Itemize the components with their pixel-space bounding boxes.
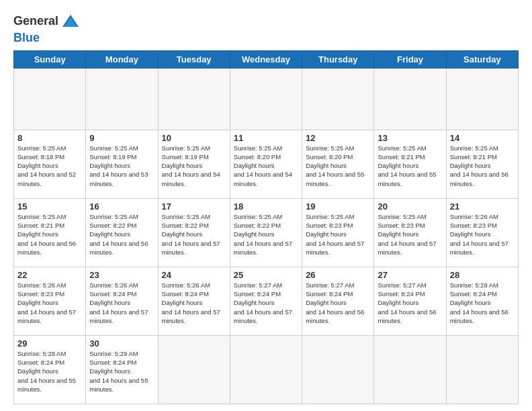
day-number: 12	[306, 133, 370, 143]
calendar-cell: 15 Sunrise: 5:25 AMSunset: 8:21 PMDaylig…	[14, 198, 86, 267]
calendar-cell: 20 Sunrise: 5:25 AMSunset: 8:23 PMDaylig…	[374, 198, 446, 267]
calendar-cell	[86, 68, 158, 130]
weekday-header: Wednesday	[230, 51, 302, 68]
calendar-cell: 27 Sunrise: 5:27 AMSunset: 8:24 PMDaylig…	[374, 267, 446, 335]
day-info: Sunrise: 5:25 AMSunset: 8:19 PMDaylight …	[162, 144, 220, 187]
calendar-cell: 13 Sunrise: 5:25 AMSunset: 8:21 PMDaylig…	[374, 130, 446, 198]
day-number: 21	[450, 201, 515, 212]
day-info: Sunrise: 5:25 AMSunset: 8:21 PMDaylight …	[378, 144, 436, 187]
day-info: Sunrise: 5:26 AMSunset: 8:23 PMDaylight …	[17, 281, 76, 324]
calendar-cell	[446, 68, 518, 130]
calendar-cell	[158, 335, 230, 404]
weekday-header: Thursday	[302, 51, 374, 68]
calendar-cell: 14 Sunrise: 5:25 AMSunset: 8:21 PMDaylig…	[446, 130, 518, 198]
day-number: 23	[89, 270, 154, 280]
day-number: 28	[450, 270, 515, 280]
day-number: 30	[89, 338, 154, 349]
calendar-cell: 19 Sunrise: 5:25 AMSunset: 8:23 PMDaylig…	[302, 198, 374, 267]
weekday-header: Saturday	[446, 51, 518, 68]
day-number: 16	[89, 201, 154, 212]
calendar-cell	[158, 68, 230, 130]
day-number: 24	[162, 270, 226, 280]
day-info: Sunrise: 5:25 AMSunset: 8:21 PMDaylight …	[450, 144, 508, 187]
logo-general: General	[13, 14, 58, 28]
logo: General Blue	[13, 12, 80, 45]
day-number: 18	[234, 201, 298, 212]
calendar-cell: 21 Sunrise: 5:26 AMSunset: 8:23 PMDaylig…	[446, 198, 518, 267]
day-number: 26	[306, 270, 370, 280]
day-info: Sunrise: 5:26 AMSunset: 8:24 PMDaylight …	[89, 281, 148, 324]
calendar-cell	[230, 68, 302, 130]
day-info: Sunrise: 5:27 AMSunset: 8:24 PMDaylight …	[378, 281, 436, 324]
calendar-cell	[374, 335, 446, 404]
calendar-cell: 23 Sunrise: 5:26 AMSunset: 8:24 PMDaylig…	[86, 267, 158, 335]
calendar-cell: 18 Sunrise: 5:25 AMSunset: 8:22 PMDaylig…	[230, 198, 302, 267]
day-number: 17	[162, 201, 226, 212]
day-number: 25	[234, 270, 298, 280]
header: General Blue	[13, 12, 519, 45]
calendar-cell: 10 Sunrise: 5:25 AMSunset: 8:19 PMDaylig…	[158, 130, 230, 198]
day-number: 27	[378, 270, 442, 280]
day-number: 19	[306, 201, 370, 212]
calendar-cell: 9 Sunrise: 5:25 AMSunset: 8:19 PMDayligh…	[86, 130, 158, 198]
calendar-cell	[14, 68, 86, 130]
calendar-cell: 28 Sunrise: 5:28 AMSunset: 8:24 PMDaylig…	[446, 267, 518, 335]
day-number: 15	[17, 201, 82, 212]
calendar-cell	[446, 335, 518, 404]
day-info: Sunrise: 5:25 AMSunset: 8:23 PMDaylight …	[378, 213, 436, 256]
calendar-cell: 26 Sunrise: 5:27 AMSunset: 8:24 PMDaylig…	[302, 267, 374, 335]
day-info: Sunrise: 5:25 AMSunset: 8:22 PMDaylight …	[89, 213, 148, 256]
calendar-cell	[230, 335, 302, 404]
calendar-cell	[302, 335, 374, 404]
logo-blue-text: Blue	[13, 31, 40, 44]
day-info: Sunrise: 5:28 AMSunset: 8:24 PMDaylight …	[17, 350, 76, 393]
day-info: Sunrise: 5:25 AMSunset: 8:21 PMDaylight …	[17, 213, 76, 256]
day-number: 11	[234, 133, 298, 143]
weekday-header: Tuesday	[158, 51, 230, 68]
calendar-cell: 30 Sunrise: 5:29 AMSunset: 8:24 PMDaylig…	[86, 335, 158, 404]
calendar-cell: 29 Sunrise: 5:28 AMSunset: 8:24 PMDaylig…	[14, 335, 86, 404]
day-info: Sunrise: 5:27 AMSunset: 8:24 PMDaylight …	[306, 281, 364, 324]
day-number: 8	[17, 133, 82, 143]
logo-icon	[61, 12, 80, 31]
day-info: Sunrise: 5:25 AMSunset: 8:20 PMDaylight …	[306, 144, 364, 187]
calendar-cell: 11 Sunrise: 5:25 AMSunset: 8:20 PMDaylig…	[230, 130, 302, 198]
weekday-header: Friday	[374, 51, 446, 68]
day-number: 13	[378, 133, 442, 143]
day-info: Sunrise: 5:25 AMSunset: 8:23 PMDaylight …	[306, 213, 364, 256]
day-info: Sunrise: 5:25 AMSunset: 8:22 PMDaylight …	[162, 213, 220, 256]
calendar-cell: 17 Sunrise: 5:25 AMSunset: 8:22 PMDaylig…	[158, 198, 230, 267]
day-info: Sunrise: 5:25 AMSunset: 8:18 PMDaylight …	[17, 144, 76, 187]
calendar-cell	[374, 68, 446, 130]
day-info: Sunrise: 5:25 AMSunset: 8:22 PMDaylight …	[234, 213, 292, 256]
weekday-header: Sunday	[14, 51, 86, 68]
calendar-cell: 22 Sunrise: 5:26 AMSunset: 8:23 PMDaylig…	[14, 267, 86, 335]
day-info: Sunrise: 5:25 AMSunset: 8:20 PMDaylight …	[234, 144, 292, 187]
weekday-header: Monday	[86, 51, 158, 68]
day-info: Sunrise: 5:25 AMSunset: 8:19 PMDaylight …	[89, 144, 148, 187]
day-number: 20	[378, 201, 442, 212]
page: General Blue SundayMondayTuesdayWednesda…	[0, 0, 532, 411]
calendar-cell: 25 Sunrise: 5:27 AMSunset: 8:24 PMDaylig…	[230, 267, 302, 335]
day-info: Sunrise: 5:26 AMSunset: 8:24 PMDaylight …	[162, 281, 220, 324]
calendar-cell: 8 Sunrise: 5:25 AMSunset: 8:18 PMDayligh…	[14, 130, 86, 198]
day-info: Sunrise: 5:29 AMSunset: 8:24 PMDaylight …	[89, 350, 148, 393]
calendar-cell	[302, 68, 374, 130]
day-number: 14	[450, 133, 515, 143]
logo-text: General	[13, 15, 58, 28]
day-info: Sunrise: 5:28 AMSunset: 8:24 PMDaylight …	[450, 281, 508, 324]
calendar-cell: 24 Sunrise: 5:26 AMSunset: 8:24 PMDaylig…	[158, 267, 230, 335]
day-number: 29	[17, 338, 82, 349]
day-number: 22	[17, 270, 82, 280]
day-number: 9	[89, 133, 154, 143]
day-info: Sunrise: 5:26 AMSunset: 8:23 PMDaylight …	[450, 213, 508, 256]
calendar: SundayMondayTuesdayWednesdayThursdayFrid…	[13, 50, 519, 404]
calendar-cell: 16 Sunrise: 5:25 AMSunset: 8:22 PMDaylig…	[86, 198, 158, 267]
day-info: Sunrise: 5:27 AMSunset: 8:24 PMDaylight …	[234, 281, 292, 324]
calendar-cell: 12 Sunrise: 5:25 AMSunset: 8:20 PMDaylig…	[302, 130, 374, 198]
day-number: 10	[162, 133, 226, 143]
